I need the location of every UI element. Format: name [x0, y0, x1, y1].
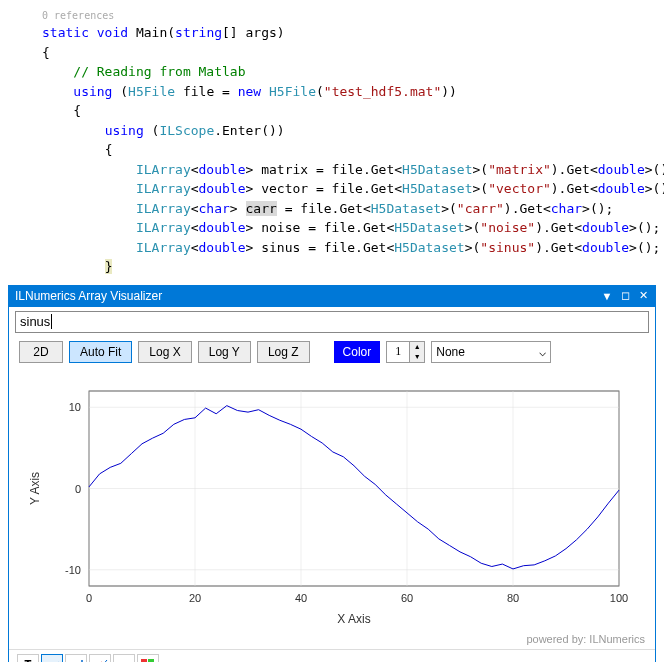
line-chart-icon[interactable]	[41, 654, 63, 663]
close-icon[interactable]: ✕	[635, 288, 651, 304]
btn-color[interactable]: Color	[334, 341, 381, 363]
pin-icon[interactable]: ◻	[617, 288, 633, 304]
svg-text:Y Axis: Y Axis	[28, 471, 42, 504]
svg-text:80: 80	[507, 592, 519, 604]
svg-rect-25	[141, 659, 147, 663]
svg-text:X Axis: X Axis	[337, 612, 370, 626]
panel-title: ILNumerics Array Visualizer	[15, 289, 597, 303]
spinner-input[interactable]	[387, 344, 409, 359]
svg-text:20: 20	[189, 592, 201, 604]
code-editor[interactable]: 0 references static void Main(string[] a…	[0, 0, 664, 277]
expression-input[interactable]: sinus	[15, 311, 649, 333]
btn-logx[interactable]: Log X	[138, 341, 191, 363]
svg-text:-10: -10	[65, 563, 81, 575]
dropdown-icon[interactable]: ▼	[599, 288, 615, 304]
btn-logz[interactable]: Log Z	[257, 341, 310, 363]
svg-rect-26	[148, 659, 154, 663]
visualizer-panel: ILNumerics Array Visualizer ▼ ◻ ✕ sinus …	[8, 285, 656, 663]
view-mode-icons: T	[9, 649, 655, 663]
svg-text:0: 0	[75, 482, 81, 494]
color-grid-icon[interactable]	[137, 654, 159, 663]
style-dropdown[interactable]: None ⌵	[431, 341, 551, 363]
btn-logy[interactable]: Log Y	[198, 341, 251, 363]
text-view-icon[interactable]: T	[17, 654, 39, 663]
chevron-down-icon: ⌵	[539, 345, 546, 359]
svg-text:60: 60	[401, 592, 413, 604]
surface-icon[interactable]	[113, 654, 135, 663]
spinner-up-icon[interactable]: ▲	[410, 342, 424, 352]
svg-text:0: 0	[86, 592, 92, 604]
chart[interactable]: 020406080100-10010X AxisY Axis	[19, 371, 645, 631]
multiline-icon[interactable]	[89, 654, 111, 663]
svg-text:10: 10	[69, 401, 81, 413]
chart-toolbar: 2D Auto Fit Log X Log Y Log Z Color ▲ ▼ …	[9, 337, 655, 371]
powered-by: powered by: ILNumerics	[9, 631, 655, 649]
titlebar[interactable]: ILNumerics Array Visualizer ▼ ◻ ✕	[9, 286, 655, 307]
spinner-down-icon[interactable]: ▼	[410, 352, 424, 362]
svg-text:40: 40	[295, 592, 307, 604]
line-width-spinner[interactable]: ▲ ▼	[386, 341, 425, 363]
scatter-icon[interactable]	[65, 654, 87, 663]
btn-autofit[interactable]: Auto Fit	[69, 341, 132, 363]
svg-text:100: 100	[610, 592, 628, 604]
btn-2d[interactable]: 2D	[19, 341, 63, 363]
reference-count[interactable]: 0 references	[8, 8, 664, 23]
svg-point-24	[81, 660, 83, 662]
